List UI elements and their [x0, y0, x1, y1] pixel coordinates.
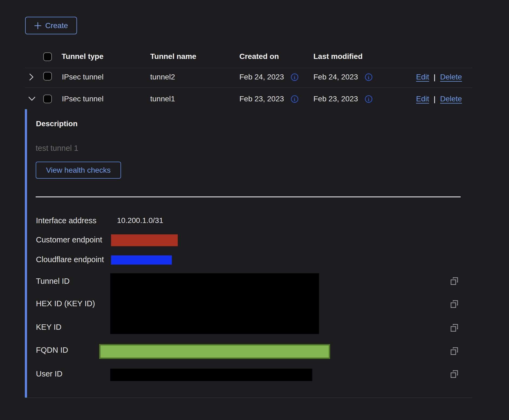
- svg-text:i: i: [294, 96, 295, 102]
- svg-text:i: i: [368, 96, 369, 102]
- svg-text:i: i: [368, 75, 369, 80]
- svg-text:i: i: [294, 75, 295, 80]
